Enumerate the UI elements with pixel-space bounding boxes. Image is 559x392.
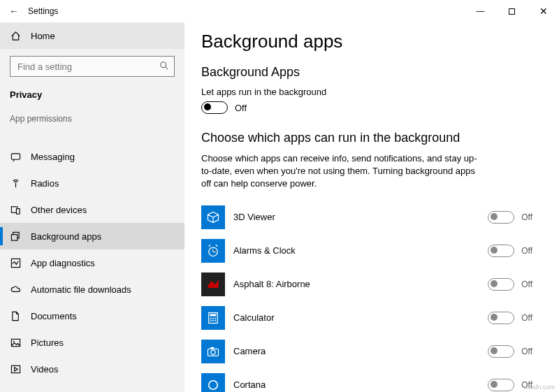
other-devices-icon <box>10 205 21 215</box>
app-toggle[interactable] <box>488 278 514 291</box>
app-icon <box>201 306 225 330</box>
section-heading: Background Apps <box>201 65 542 80</box>
app-icon <box>201 340 225 363</box>
home-label: Home <box>31 31 55 41</box>
videos-icon <box>10 364 21 375</box>
section2-heading: Choose which apps can run in the backgro… <box>201 131 542 145</box>
app-row-3d-viewer: 3D Viewer Off <box>201 201 542 234</box>
svg-rect-8 <box>11 339 20 346</box>
sidebar-item-app-diagnostics[interactable]: App diagnostics <box>0 249 184 276</box>
master-toggle-state: Off <box>235 103 247 113</box>
svg-point-17 <box>210 319 212 321</box>
downloads-icon <box>10 284 21 295</box>
svg-point-19 <box>215 319 216 321</box>
master-toggle[interactable] <box>201 101 228 114</box>
app-toggle[interactable] <box>488 211 514 224</box>
radios-icon <box>10 178 21 189</box>
app-icon <box>201 373 225 392</box>
svg-rect-22 <box>210 347 214 349</box>
pictures-icon <box>10 337 21 348</box>
sidebar-item-documents[interactable]: Documents <box>0 303 184 329</box>
app-row-alarms: Alarms & Clock Off <box>201 234 542 268</box>
app-row-camera: Camera Off <box>201 335 542 368</box>
svg-point-16 <box>215 317 216 319</box>
svg-point-0 <box>161 62 166 68</box>
sidebar-item-tasks[interactable]: Tasks <box>0 128 184 143</box>
app-toggle[interactable] <box>488 312 514 324</box>
sidebar-item-radios[interactable]: Radios <box>0 170 184 196</box>
page-title: Background apps <box>201 31 542 52</box>
group-label: App permissions <box>0 110 184 128</box>
svg-rect-10 <box>11 365 20 372</box>
content-pane: Background apps Background Apps Let apps… <box>184 22 559 392</box>
sidebar-item-other-devices[interactable]: Other devices <box>0 196 184 223</box>
window-title: Settings <box>28 6 58 16</box>
app-icon <box>201 205 225 229</box>
background-apps-icon <box>10 231 21 242</box>
svg-point-21 <box>211 350 215 354</box>
app-toggle[interactable] <box>488 379 514 391</box>
app-diagnostics-icon <box>10 258 21 268</box>
minimize-button[interactable]: — <box>465 0 496 22</box>
search-input[interactable] <box>10 56 175 77</box>
svg-point-15 <box>212 317 214 319</box>
maximize-button[interactable] <box>496 0 528 22</box>
svg-line-1 <box>166 67 168 70</box>
close-button[interactable]: ✕ <box>528 0 559 22</box>
app-icon <box>201 239 225 263</box>
sidebar-item-videos[interactable]: Videos <box>0 356 184 382</box>
svg-rect-4 <box>16 208 20 214</box>
app-row-asphalt: Asphalt 8: Airborne Off <box>201 268 542 301</box>
watermark: wsxdn.com <box>523 384 555 391</box>
svg-rect-6 <box>11 234 17 240</box>
documents-icon <box>10 311 21 321</box>
svg-point-23 <box>209 380 218 389</box>
sidebar-item-pictures[interactable]: Pictures <box>0 329 184 356</box>
sidebar-item-automatic-file-downloads[interactable]: Automatic file downloads <box>0 276 184 303</box>
home-nav[interactable]: Home <box>0 22 184 49</box>
svg-point-18 <box>212 319 214 321</box>
app-toggle[interactable] <box>488 345 514 358</box>
app-icon <box>201 273 225 296</box>
sidebar: Home Privacy App permissions Tasks Messa… <box>0 22 184 392</box>
messaging-icon <box>10 152 21 162</box>
back-button[interactable]: ← <box>0 6 28 17</box>
app-list: 3D Viewer Off Alarms & Clock Off Asphalt… <box>201 201 542 392</box>
svg-point-14 <box>210 317 212 319</box>
master-toggle-label: Let apps run in the background <box>201 87 542 97</box>
sidebar-item-background-apps[interactable]: Background apps <box>0 223 184 249</box>
app-row-cortana: Cortana Off <box>201 368 542 392</box>
svg-rect-2 <box>11 153 20 159</box>
search-icon <box>159 61 169 73</box>
section2-description: Choose which apps can receive info, send… <box>201 152 481 191</box>
category-heading: Privacy <box>0 84 184 110</box>
home-icon <box>10 31 21 41</box>
svg-rect-13 <box>210 314 217 316</box>
app-row-calculator: Calculator Off <box>201 301 542 335</box>
app-toggle[interactable] <box>488 245 514 257</box>
sidebar-item-messaging[interactable]: Messaging <box>0 143 184 170</box>
svg-point-9 <box>13 340 14 342</box>
